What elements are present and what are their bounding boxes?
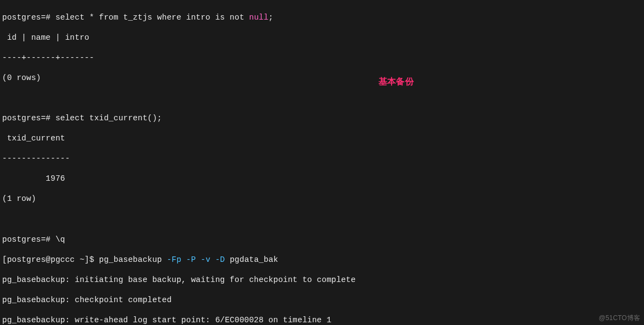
psql-quit: postgres=# \q [2, 235, 642, 245]
arg-dir: pgdata_bak [230, 255, 278, 264]
bb-line: pg_basebackup: initiating base backup, w… [2, 275, 642, 285]
bb-line: pg_basebackup: write-ahead log start poi… [2, 315, 642, 325]
sql-query-2: postgres=# select txid_current(); [2, 113, 642, 124]
result-count: (0 rows) [2, 73, 642, 83]
watermark: @51CTO博客 [599, 314, 640, 322]
flag-v: -v [201, 255, 210, 264]
result-separator: -------------- [2, 154, 642, 164]
flag-d: -D [215, 255, 225, 264]
result-value: 1976 [2, 174, 642, 184]
annotation-callout: 基本备份 [379, 76, 414, 87]
result-count: (1 row) [2, 194, 642, 204]
result-header: id | name | intro [2, 33, 642, 43]
result-separator: ----+------+------- [2, 53, 642, 63]
terminal-output: postgres=# select * from t_ztjs where in… [2, 2, 642, 325]
bash-basebackup: [postgres@pgccc ~]$ pg_basebackup -Fp -P… [2, 255, 642, 265]
flag-fp: -Fp [167, 255, 182, 264]
flag-p: -P [186, 255, 196, 264]
result-header: txid_current [2, 133, 642, 144]
sql-query-1: postgres=# select * from t_ztjs where in… [2, 13, 642, 23]
bb-line: pg_basebackup: checkpoint completed [2, 295, 642, 305]
null-keyword: null [249, 13, 269, 22]
